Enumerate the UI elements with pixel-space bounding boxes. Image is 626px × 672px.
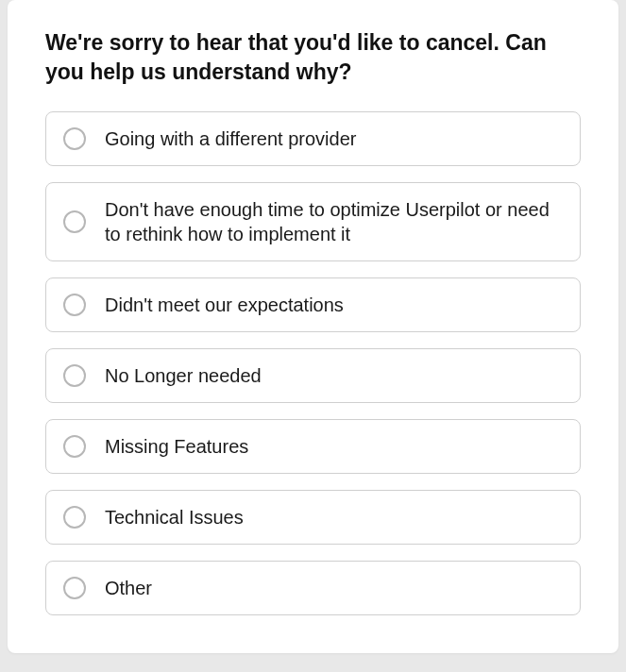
option-expectations[interactable]: Didn't meet our expectations xyxy=(45,277,581,332)
option-no-time[interactable]: Don't have enough time to optimize Userp… xyxy=(45,182,581,261)
option-different-provider[interactable]: Going with a different provider xyxy=(45,111,581,166)
option-missing-features[interactable]: Missing Features xyxy=(45,419,581,474)
radio-icon xyxy=(63,294,86,316)
radio-icon xyxy=(63,506,86,529)
option-label: Going with a different provider xyxy=(105,126,356,151)
option-label: Didn't meet our expectations xyxy=(105,293,344,317)
options-list: Going with a different provider Don't ha… xyxy=(45,111,581,615)
option-other[interactable]: Other xyxy=(45,561,581,615)
option-label: Technical Issues xyxy=(105,505,244,529)
radio-icon xyxy=(63,210,86,233)
cancel-survey-card: We're sorry to hear that you'd like to c… xyxy=(8,0,618,653)
option-label: No Longer needed xyxy=(105,363,262,388)
option-technical-issues[interactable]: Technical Issues xyxy=(45,490,581,545)
option-label: Don't have enough time to optimize Userp… xyxy=(105,197,563,246)
radio-icon xyxy=(63,364,86,387)
option-no-longer-needed[interactable]: No Longer needed xyxy=(45,348,581,403)
option-label: Other xyxy=(105,576,152,600)
survey-question: We're sorry to hear that you'd like to c… xyxy=(45,28,581,87)
radio-icon xyxy=(63,127,86,150)
option-label: Missing Features xyxy=(105,434,248,459)
radio-icon xyxy=(63,435,86,458)
radio-icon xyxy=(63,577,86,599)
